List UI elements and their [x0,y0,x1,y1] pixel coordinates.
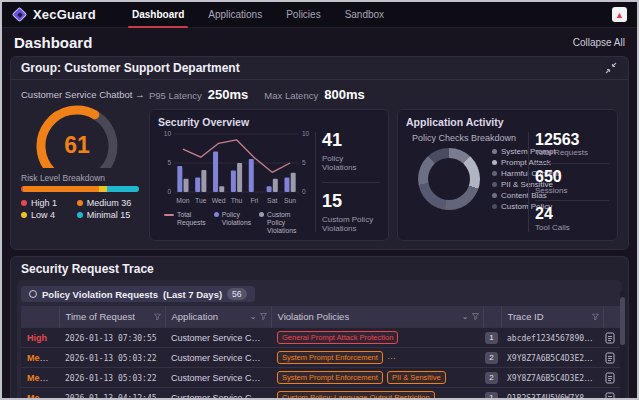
latency-stats: P95 Latency250msMax Latency800ms [149,87,618,105]
group-title: Group: Customer Support Department [21,61,240,75]
app-link[interactable]: Customer Service Chatbot → [21,89,139,100]
legend-dot-icon [77,200,83,206]
arrow-right-icon: → [135,89,145,100]
trace-id: abcdef1234567890abcdef12... [507,333,603,343]
account-logo-icon[interactable]: ▲ [612,7,627,22]
svg-text:Fri: Fri [250,197,258,204]
policy-count-badge: 2 [485,372,498,384]
request-time: 2026-01-13 04:12:45 [65,394,157,400]
severity-badge: Medium [27,353,59,363]
app-window: XecGuard DashboardApplicationsPoliciesSa… [0,0,639,400]
trace-id: X9Y8Z7A6B5C4D3E2F1G0H... [507,353,603,363]
risk-legend-label: Medium 36 [87,198,132,208]
risk-segment-medium [23,186,99,192]
svg-text:Sat: Sat [267,197,277,204]
column-header-blank [603,306,620,328]
svg-text:0: 0 [302,188,306,195]
legend-swatch-icon [259,212,264,217]
risk-legend-label: High 1 [31,198,57,208]
policy-tag[interactable]: General Prompt Attack Protection [277,331,398,344]
table-row[interactable]: High2026-01-13 07:30:55Customer Service … [21,328,620,348]
column-header-trace-id[interactable]: Trace ID [501,306,603,328]
legend-dot-icon [492,193,497,198]
security-request-trace-section: Security Request Trace Policy Violation … [10,256,629,400]
document-icon[interactable] [605,392,615,400]
policy-count-badge: 1 [485,332,498,344]
chevron-down-icon[interactable]: ⌄ [462,313,469,321]
table-row[interactable]: Medium2026-01-13 05:03:22Customer Servic… [21,368,620,388]
trace-section-title: Security Request Trace [21,262,618,276]
chart-legend-label: Custom Policy Violations [267,211,309,234]
policy-count-badge: 1 [485,392,498,400]
security-overview-card: Security Overview 00551010MonTueWedThuFr… [149,109,389,241]
legend-dot-icon [492,182,497,187]
application-activity-title: Application Activity [406,116,609,128]
main-nav: DashboardApplicationsPoliciesSandbox [122,2,612,28]
nav-item-dashboard[interactable]: Dashboard [122,2,194,28]
stat-label: Custom Policy Violations [322,215,380,234]
document-icon[interactable] [605,332,615,344]
risk-score: 61 [21,132,133,159]
risk-legend-label: Low 4 [31,210,55,220]
filter-icon[interactable] [260,313,267,320]
risk-legend: High 1Medium 36Low 4Minimal 15 [21,198,139,220]
nav-item-applications[interactable]: Applications [198,2,272,28]
risk-column: Customer Service Chatbot → 61 Risk Level… [21,87,139,241]
risk-breakdown-label: Risk Level Breakdown [21,173,139,183]
stat-value: 15 [322,192,380,211]
filter-icon[interactable] [154,313,161,320]
svg-text:Mon: Mon [176,197,189,204]
policy-tag[interactable]: Harmful Content Protection [387,351,483,364]
nav-item-policies[interactable]: Policies [276,2,330,28]
policy-tag[interactable]: PII & Sensitive [387,371,446,384]
application-cell: Customer Service Chatbot [165,328,271,348]
latency-value: 800ms [324,87,364,102]
policy-tag[interactable]: Custom Policy: Language Output Restricti… [277,391,435,400]
legend-dot-icon [492,171,497,176]
svg-text:Wed: Wed [212,197,226,204]
legend-dot-icon [492,149,497,154]
divider [322,182,380,183]
stat-value: 12563 [535,132,609,149]
xecguard-logo-icon [12,7,27,22]
violation-requests-table: Time of RequestApplication⌄Violation Pol… [21,306,621,400]
violation-requests-header[interactable]: Policy Violation Requests (Last 7 Days) … [21,286,255,302]
nav-item-sandbox[interactable]: Sandbox [335,2,394,28]
collapse-group-icon[interactable] [604,61,618,75]
security-overview-chart: 00551010MonTueWedThuFriSatSun Total Requ… [158,130,309,234]
record-icon [29,290,37,298]
group-header: Group: Customer Support Department [11,57,628,80]
brand[interactable]: XecGuard [12,7,96,22]
policy-tag[interactable]: System Prompt Enforcement [277,371,383,384]
table-row[interactable]: Medium2026-01-13 04:12:45Customer Servic… [21,388,620,400]
trace-id: Q1R2S3T4U5V6W7X8Y9Z0A... [507,393,603,400]
document-icon[interactable] [605,372,615,384]
svg-text:Tue: Tue [195,197,207,204]
table-row[interactable]: Medium2026-01-13 05:03:22Customer Servic… [21,348,620,368]
document-icon[interactable] [605,352,615,364]
filter-icon[interactable] [472,313,479,320]
legend-dot-icon [492,160,497,165]
latency-label: P95 Latency [149,90,202,101]
collapse-all-button[interactable]: Collapse All [573,37,625,48]
column-header-time-of-request[interactable]: Time of Request [59,306,165,328]
chart-legend-item: Total Requests [164,211,206,227]
chevron-down-icon[interactable]: ⌄ [250,313,257,321]
risk-legend-item-high: High 1 [21,198,73,208]
table-scrollbar[interactable] [620,291,625,400]
application-cell: Customer Service Chatbot [165,368,271,388]
column-header-blank [21,306,59,328]
svg-text:10: 10 [164,130,172,137]
security-chart-legend: Total RequestsPolicy ViolationsCustom Po… [158,210,309,234]
column-header-violation-policies[interactable]: Violation Policies⌄ [271,306,483,328]
count-badge: 56 [227,288,246,300]
scrollbar-thumb[interactable] [620,297,625,345]
severity-badge: High [27,333,47,343]
trace-id: X9Y8Z7A6B5C4D3E2F1G0H... [507,373,603,383]
policy-checks-donut [418,148,480,210]
policy-tag[interactable]: System Prompt Enforcement [277,351,383,364]
application-cell: Customer Service Chatbot [165,388,271,400]
stat-label: Policy Violations [322,154,380,173]
column-header-application[interactable]: Application⌄ [165,306,271,328]
filter-icon[interactable] [592,313,599,320]
